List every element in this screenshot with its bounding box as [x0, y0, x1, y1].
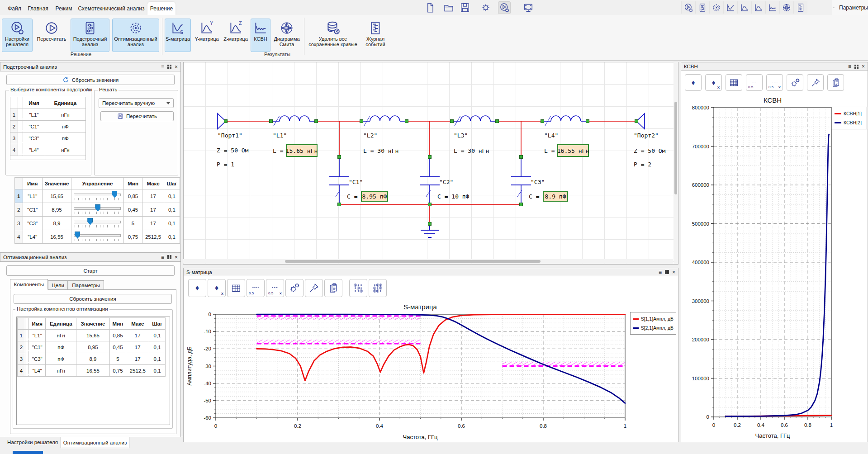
checkbox-cell[interactable]: [18, 109, 23, 121]
optimization-row[interactable]: 2"C1"пФ8,950,45170,1: [18, 341, 166, 353]
menu-tab-solution[interactable]: Решение: [147, 2, 175, 15]
panel-close-icon[interactable]: ×: [862, 64, 865, 69]
open-file-icon[interactable]: [442, 1, 455, 14]
marker-add-button[interactable]: ♦: [188, 279, 206, 297]
table-view-button[interactable]: [227, 279, 245, 297]
component-row[interactable]: 4"L4"нГн: [10, 144, 86, 156]
chart-settings-button[interactable]: [787, 74, 803, 91]
slider-cell[interactable]: [71, 230, 124, 244]
copy-chart-button[interactable]: [827, 74, 844, 91]
checkbox-cell[interactable]: [25, 341, 29, 353]
solve-mode-dropdown[interactable]: Пересчитать вручную: [99, 98, 174, 108]
panel-close-icon[interactable]: ×: [175, 64, 178, 70]
panel-dock-icon[interactable]: [665, 270, 669, 274]
matrix-elements-button[interactable]: [349, 279, 367, 297]
new-file-icon[interactable]: [424, 1, 436, 14]
panel-menu-icon[interactable]: ≡: [848, 64, 851, 69]
optimization-reset-button[interactable]: Сбросить значения: [14, 294, 172, 304]
chart-settings-button[interactable]: [285, 279, 304, 297]
tuning-reset-button[interactable]: Сбросить значения: [6, 75, 175, 85]
tab-parameters[interactable]: Параметры: [68, 280, 104, 290]
vswr-button[interactable]: КСВН: [251, 19, 270, 52]
optimization-row[interactable]: 1"L1"нГн15,650,85170,1: [18, 330, 166, 341]
tuning-mini-icon[interactable]: [695, 1, 709, 14]
marker-delete-button[interactable]: ♦x: [208, 279, 226, 297]
level-line-delete-button[interactable]: 0.5×: [266, 279, 284, 297]
tuning-slider[interactable]: [74, 204, 121, 216]
parameters-toggle[interactable]: Параметры: [832, 0, 868, 15]
panel-dock-icon[interactable]: [167, 65, 171, 69]
menu-tab-file[interactable]: Файл: [5, 2, 24, 15]
level-line-add-button[interactable]: 0.5: [746, 74, 763, 91]
z-matrix-button[interactable]: Z Z-матрица: [223, 19, 249, 52]
smith-chart-mini-icon[interactable]: [779, 1, 793, 14]
solver-settings-button[interactable]: Настройки решателя: [2, 19, 33, 52]
panel-menu-icon[interactable]: ≡: [659, 270, 662, 275]
checkbox-cell[interactable]: [18, 132, 23, 144]
panel-close-icon[interactable]: ×: [672, 270, 675, 275]
tab-goals[interactable]: Цели: [48, 280, 68, 290]
save-icon[interactable]: [459, 1, 471, 14]
optimization-start-button[interactable]: Старт: [6, 265, 175, 276]
recalc-now-button[interactable]: Пересчитать: [100, 111, 174, 121]
solver-run-icon[interactable]: [498, 1, 511, 14]
s-matrix-button[interactable]: S S-матрица: [165, 19, 191, 52]
settings-gear-icon[interactable]: [479, 1, 492, 14]
component-row[interactable]: 2"C1"пФ: [10, 121, 86, 132]
slider-handle[interactable]: [112, 191, 117, 198]
slider-cell[interactable]: [71, 189, 124, 203]
tuning-slider[interactable]: [74, 218, 121, 229]
optimization-row[interactable]: 4"L4"нГн16,550,752512,50,1: [18, 365, 166, 377]
tuning-row[interactable]: 3"C3"8,95170,1: [15, 217, 180, 230]
panel-menu-icon[interactable]: ≡: [161, 64, 164, 70]
pin-curves-button[interactable]: [305, 279, 323, 297]
checkbox-cell[interactable]: [25, 353, 29, 365]
tuning-row[interactable]: 4"L4"16,550,752512,50,1: [15, 230, 180, 244]
tuning-row[interactable]: 2"C1"8,950,45170,1: [15, 203, 180, 217]
optimization-row[interactable]: 3"C3"пФ8,95170,1: [18, 353, 166, 365]
optimization-analysis-button[interactable]: Оптимизационный анализ: [112, 19, 159, 52]
pin-curves-button[interactable]: [807, 74, 824, 91]
menu-tab-circuit-analysis[interactable]: Схемотехнический анализ: [78, 2, 145, 15]
marker-add-button[interactable]: ♦: [685, 74, 702, 91]
copy-chart-button[interactable]: [324, 279, 342, 297]
y-matrix-button[interactable]: Y Y-матрица: [194, 19, 220, 52]
schematic-vscroll-thumb[interactable]: [674, 102, 677, 194]
panel-dock-icon[interactable]: [854, 65, 859, 69]
y-matrix-mini-icon[interactable]: [737, 1, 751, 14]
tuning-slider[interactable]: [74, 190, 121, 202]
panel-menu-icon[interactable]: ≡: [161, 255, 164, 260]
solver-settings-mini-icon[interactable]: [681, 1, 695, 14]
recalculate-button[interactable]: Пересчитать: [35, 19, 68, 52]
slider-handle[interactable]: [95, 204, 100, 212]
marker-delete-button[interactable]: ♦x: [705, 74, 722, 91]
checkbox-cell[interactable]: [25, 330, 29, 341]
bottom-tab-solver-settings[interactable]: Настройки решателя: [5, 437, 60, 448]
fullscreen-icon[interactable]: [522, 1, 535, 14]
table-view-button[interactable]: [726, 74, 742, 91]
vswr-mini-icon[interactable]: [765, 1, 779, 14]
component-row[interactable]: 3"C3"пФ: [10, 132, 86, 144]
checkbox-cell[interactable]: [18, 144, 23, 156]
s-matrix-mini-icon[interactable]: [723, 1, 737, 14]
component-row[interactable]: 1"L1"нГн: [10, 109, 86, 121]
slider-cell[interactable]: [71, 217, 124, 230]
panel-dock-icon[interactable]: [167, 255, 171, 259]
delete-saved-curves-button[interactable]: Удалить все сохраненные кривые: [307, 19, 359, 52]
bottom-tab-optimization[interactable]: Оптимизационный анализ: [61, 437, 129, 448]
slider-handle[interactable]: [87, 218, 93, 225]
z-matrix-mini-icon[interactable]: [751, 1, 765, 14]
smith-chart-button[interactable]: Диаграмма Смита: [272, 19, 301, 52]
level-line-add-button[interactable]: 0.5: [247, 279, 265, 297]
tab-components[interactable]: Компоненты: [10, 279, 48, 290]
level-line-delete-button[interactable]: 0.5×: [766, 74, 783, 91]
menu-tab-home[interactable]: Главная: [26, 2, 50, 15]
menu-tab-mode[interactable]: Режим: [52, 2, 75, 15]
slider-handle[interactable]: [75, 232, 80, 239]
event-log-mini-icon[interactable]: [793, 1, 807, 14]
checkbox-cell[interactable]: [18, 121, 23, 132]
matrix-elements-alt-button[interactable]: [369, 279, 387, 297]
optimization-mini-icon[interactable]: [709, 1, 723, 14]
tuning-row[interactable]: 1"L1"15,650,85170,1: [15, 189, 180, 203]
slider-cell[interactable]: [71, 203, 124, 217]
